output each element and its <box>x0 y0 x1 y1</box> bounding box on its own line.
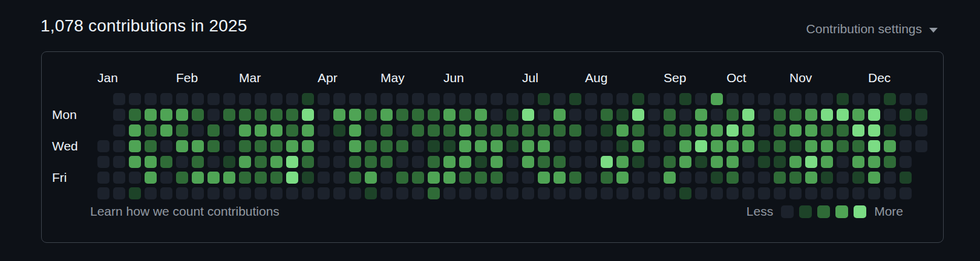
contribution-cell[interactable] <box>554 156 566 168</box>
contribution-cell[interactable] <box>491 140 503 152</box>
contribution-cell[interactable] <box>475 109 487 121</box>
contribution-cell[interactable] <box>475 187 487 199</box>
contribution-cell[interactable] <box>868 140 880 152</box>
contribution-cell[interactable] <box>554 124 566 137</box>
contribution-cell[interactable] <box>821 156 833 168</box>
contribution-cell[interactable] <box>727 172 739 184</box>
contribution-cell[interactable] <box>679 93 691 105</box>
contribution-cell[interactable] <box>381 156 393 168</box>
contribution-cell[interactable] <box>443 109 456 121</box>
contribution-cell[interactable] <box>443 156 456 168</box>
contribution-cell[interactable] <box>695 172 707 184</box>
contribution-cell[interactable] <box>837 140 849 152</box>
contribution-cell[interactable] <box>318 156 330 168</box>
contribution-cell[interactable] <box>160 109 172 121</box>
contribution-cell[interactable] <box>318 109 330 121</box>
contribution-cell[interactable] <box>758 93 770 105</box>
contribution-cell[interactable] <box>223 156 235 168</box>
contribution-cell[interactable] <box>412 124 424 137</box>
contribution-cell[interactable] <box>711 109 723 121</box>
contribution-cell[interactable] <box>475 93 487 105</box>
contribution-cell[interactable] <box>176 140 188 152</box>
contribution-cell[interactable] <box>742 172 754 184</box>
contribution-cell[interactable] <box>805 140 817 152</box>
contribution-cell[interactable] <box>475 124 487 137</box>
contribution-cell[interactable] <box>443 124 456 137</box>
contribution-cell[interactable] <box>805 124 817 137</box>
contribution-cell[interactable] <box>113 187 125 199</box>
contribution-cell[interactable] <box>585 156 597 168</box>
contribution-cell[interactable] <box>900 124 912 137</box>
contribution-cell[interactable] <box>679 140 691 152</box>
contribution-cell[interactable] <box>381 140 393 152</box>
contribution-cell[interactable] <box>396 172 408 184</box>
contribution-cell[interactable] <box>884 172 896 184</box>
contribution-cell[interactable] <box>286 187 298 199</box>
contribution-cell[interactable] <box>900 172 912 184</box>
contribution-cell[interactable] <box>349 93 361 105</box>
contribution-cell[interactable] <box>223 172 235 184</box>
contribution-cell[interactable] <box>900 156 912 168</box>
contribution-cell[interactable] <box>428 140 440 152</box>
contribution-cell[interactable] <box>129 172 141 184</box>
contribution-cell[interactable] <box>774 93 786 105</box>
contribution-cell[interactable] <box>789 172 802 184</box>
contribution-cell[interactable] <box>758 140 770 152</box>
contribution-cell[interactable] <box>255 156 267 168</box>
contribution-cell[interactable] <box>286 156 298 168</box>
contribution-cell[interactable] <box>522 140 534 152</box>
contribution-cell[interactable] <box>475 140 487 152</box>
contribution-cell[interactable] <box>664 156 676 168</box>
contribution-cell[interactable] <box>821 140 833 152</box>
contribution-cell[interactable] <box>475 172 487 184</box>
contribution-cell[interactable] <box>884 140 896 152</box>
contribution-cell[interactable] <box>711 93 723 105</box>
contribution-cell[interactable] <box>852 172 864 184</box>
contribution-cell[interactable] <box>207 93 220 105</box>
contribution-cell[interactable] <box>491 93 503 105</box>
contribution-cell[interactable] <box>318 140 330 152</box>
contribution-cell[interactable] <box>412 156 424 168</box>
contribution-cell[interactable] <box>286 172 298 184</box>
contribution-cell[interactable] <box>459 187 471 199</box>
contribution-cell[interactable] <box>648 187 660 199</box>
contribution-cell[interactable] <box>884 187 896 199</box>
contribution-cell[interactable] <box>884 93 896 105</box>
contribution-cell[interactable] <box>145 172 157 184</box>
contribution-cell[interactable] <box>522 124 534 137</box>
contribution-cell[interactable] <box>255 187 267 199</box>
contribution-cell[interactable] <box>774 156 786 168</box>
contribution-cell[interactable] <box>585 93 597 105</box>
contribution-cell[interactable] <box>365 187 377 199</box>
contribution-cell[interactable] <box>207 109 220 121</box>
contribution-cell[interactable] <box>113 93 125 105</box>
contribution-cell[interactable] <box>412 187 424 199</box>
contribution-cell[interactable] <box>522 187 534 199</box>
contribution-cell[interactable] <box>318 172 330 184</box>
contribution-cell[interactable] <box>569 109 581 121</box>
contribution-cell[interactable] <box>789 93 802 105</box>
contribution-cell[interactable] <box>758 124 770 137</box>
contribution-cell[interactable] <box>522 109 534 121</box>
contribution-cell[interactable] <box>129 124 141 137</box>
contribution-cell[interactable] <box>333 140 345 152</box>
contribution-cell[interactable] <box>648 124 660 137</box>
contribution-cell[interactable] <box>113 109 125 121</box>
contribution-cell[interactable] <box>711 187 723 199</box>
contribution-cell[interactable] <box>113 172 125 184</box>
contribution-cell[interactable] <box>616 124 629 137</box>
contribution-cell[interactable] <box>160 140 172 152</box>
contribution-cell[interactable] <box>286 93 298 105</box>
contribution-cell[interactable] <box>569 93 581 105</box>
contribution-cell[interactable] <box>679 124 691 137</box>
contribution-cell[interactable] <box>192 109 204 121</box>
contribution-cell[interactable] <box>664 187 676 199</box>
contribution-cell[interactable] <box>805 109 817 121</box>
contribution-cell[interactable] <box>727 109 739 121</box>
contribution-cell[interactable] <box>491 156 503 168</box>
contribution-cell[interactable] <box>286 124 298 137</box>
contribution-cell[interactable] <box>601 187 613 199</box>
contribution-cell[interactable] <box>97 156 109 168</box>
contribution-cell[interactable] <box>270 124 283 137</box>
contribution-cell[interactable] <box>601 124 613 137</box>
